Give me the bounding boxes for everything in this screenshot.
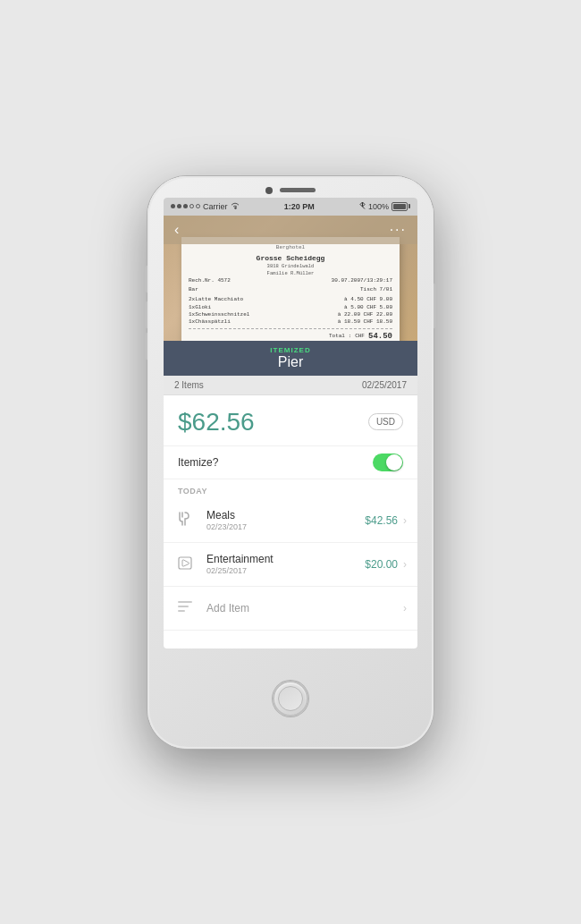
svg-rect-1 (178, 606, 189, 607)
toggle-knob (386, 454, 402, 470)
entertainment-icon-wrap (171, 550, 199, 579)
meals-date: 02/23/2017 (206, 522, 365, 531)
status-right: 100% (359, 201, 410, 212)
add-item-chevron-icon: › (403, 602, 407, 615)
phone-bottom-area (273, 648, 308, 749)
svg-rect-2 (178, 610, 185, 612)
expense-name: Pier (174, 354, 407, 370)
receipt-paper: Berghotel Grosse Scheidegg 3818 Grindelw… (181, 237, 400, 341)
receipt-number: Rech.Nr. 4572 (189, 277, 231, 284)
signal-dot-4 (189, 204, 194, 208)
itemize-row: Itemize? (164, 446, 417, 479)
receipt-payment-type: Bar (189, 286, 198, 293)
receipt-total-currency: CHF (355, 333, 365, 340)
add-item-details: Add Item (206, 602, 403, 615)
entertainment-date: 02/25/2017 (206, 566, 365, 575)
battery-label: 100% (368, 202, 389, 211)
itemize-toggle[interactable] (373, 454, 403, 471)
expense-date: 02/25/2017 (362, 380, 407, 390)
amount-value: $62.56 (178, 408, 255, 437)
receipt-item-2: 1xSchweinsschnitzel à 22.00 CHF 22.00 (189, 311, 392, 318)
list-item-meals[interactable]: Meals 02/23/2017 $42.56 › (164, 499, 417, 543)
list-item-add[interactable]: Add Item › (164, 587, 417, 631)
phone-screen: Carrier 1:20 PM (164, 198, 417, 648)
section-today: TODAY (164, 479, 417, 499)
wifi-icon (231, 202, 240, 211)
battery-body (392, 202, 408, 211)
receipt-total-amount: 54.50 (368, 331, 392, 341)
item-1-desc: 1xGloki (189, 304, 211, 311)
back-button[interactable]: ‹ (174, 222, 179, 238)
item-3-detail: à 18.50 CHF 18.50 (338, 318, 392, 326)
item-0-desc: 2xLatte Macchiato (189, 296, 243, 303)
info-bar: 2 Items 02/25/2017 (164, 376, 417, 395)
meals-details: Meals 02/23/2017 (206, 509, 365, 531)
receipt-table: Tisch 7/01 (360, 286, 392, 293)
currency-badge[interactable]: USD (368, 413, 403, 430)
meals-chevron-icon: › (403, 514, 407, 527)
signal-dot-3 (183, 204, 188, 208)
entertainment-details: Entertainment 02/25/2017 (206, 553, 365, 575)
receipt-item-1: 1xGloki à 5.00 CHF 5.00 (189, 304, 392, 311)
receipt-info-line: Rech.Nr. 4572 30.07.2007/13:29:17 (189, 277, 392, 284)
battery-fill (393, 204, 406, 209)
entertainment-chevron-icon: › (403, 558, 407, 571)
receipt-total: Total : CHF 54.50 (189, 328, 392, 341)
earpiece-speaker (280, 188, 316, 192)
receipt-item-0: 2xLatte Macchiato à 4.50 CHF 9.00 (189, 296, 392, 303)
receipt-datetime: 30.07.2007/13:29:17 (332, 277, 392, 284)
meals-name: Meals (206, 509, 365, 521)
itemize-label: Itemize? (178, 456, 218, 469)
add-item-icon-wrap (171, 594, 199, 623)
receipt-address1: 3818 Grindelwald (189, 263, 392, 270)
phone-shell: Carrier 1:20 PM (147, 176, 434, 749)
expense-header: ITEMIZED Pier (164, 341, 417, 376)
signal-dot-1 (171, 204, 175, 208)
phone-device: Carrier 1:20 PM (147, 176, 434, 749)
main-content: $62.56 USD Itemize? TODAY (164, 395, 417, 631)
add-item-icon (176, 598, 194, 619)
signal-dots (171, 204, 200, 208)
receipt-hotel-label: Berghotel (189, 244, 392, 251)
entertainment-name: Entertainment (206, 553, 365, 565)
entertainment-icon (176, 554, 194, 575)
meals-icon-wrap (171, 506, 199, 535)
receipt-payment-line: Bar Tisch 7/01 (189, 286, 392, 293)
navigation-bar: ‹ ··· (164, 216, 417, 244)
item-2-desc: 1xSchweinsschnitzel (189, 311, 249, 318)
receipt-header: ‹ ··· Berghotel Grosse Scheidegg 3818 Gr… (164, 216, 417, 341)
receipt-address2: Familie R.Müller (189, 270, 392, 277)
battery-indicator (392, 202, 410, 211)
item-3-desc: 1xChässpätzli (189, 318, 231, 326)
status-bar: Carrier 1:20 PM (164, 198, 417, 216)
home-button-inner (278, 686, 303, 711)
home-button[interactable] (273, 681, 308, 716)
carrier-label: Carrier (203, 202, 228, 211)
list-item-entertainment[interactable]: Entertainment 02/25/2017 $20.00 › (164, 543, 417, 587)
receipt-item-3: 1xChässpätzli à 18.50 CHF 18.50 (189, 318, 392, 326)
phone-top-area (147, 176, 434, 194)
receipt-items-list: 2xLatte Macchiato à 4.50 CHF 9.00 1xGlok… (189, 296, 392, 326)
item-1-detail: à 5.00 CHF 5.00 (344, 304, 392, 311)
add-item-label: Add Item (206, 602, 403, 615)
items-count: 2 Items (174, 380, 204, 390)
more-button[interactable]: ··· (390, 222, 407, 238)
signal-dot-2 (177, 204, 181, 208)
item-2-detail: à 22.00 CHF 22.00 (338, 311, 392, 318)
battery-tip (408, 204, 410, 208)
bluetooth-icon (359, 201, 366, 212)
itemized-label: ITEMIZED (174, 346, 407, 354)
meals-amount: $42.56 (365, 514, 398, 527)
svg-rect-0 (178, 601, 192, 603)
item-0-detail: à 4.50 CHF 9.00 (344, 296, 392, 303)
receipt-hotel-name: Grosse Scheidegg (189, 253, 392, 263)
amount-section: $62.56 USD (164, 395, 417, 446)
front-camera (265, 187, 273, 194)
entertainment-amount: $20.00 (365, 558, 398, 571)
meals-icon (176, 510, 194, 531)
status-left: Carrier (171, 202, 240, 211)
signal-dot-5 (196, 204, 200, 208)
receipt-total-label: Total : (329, 333, 351, 340)
status-time: 1:20 PM (284, 202, 315, 211)
